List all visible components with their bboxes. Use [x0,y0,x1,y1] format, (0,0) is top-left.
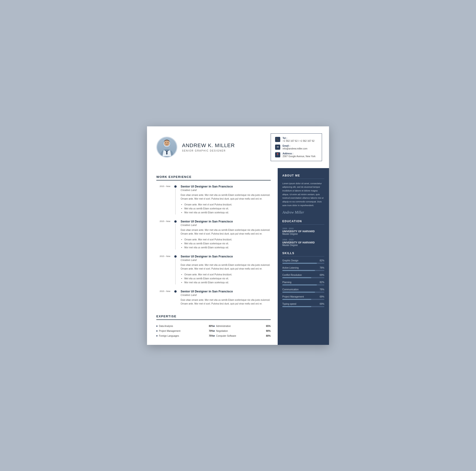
svg-point-5 [164,140,170,146]
edu-school: UNIVERSITY OF HARVARD [282,230,324,233]
resume-header: ANDREW K. MILLER SENIOR GRAPHIC DESIGNER… [147,126,329,168]
svg-point-6 [165,143,166,143]
expertise-pct: 70% [209,330,214,332]
skill-bar-fill [282,299,311,300]
skill-percentage: 69% [320,295,324,298]
skill-entry: Communication 78% [282,288,324,293]
skill-entry: Active Listening 78% [282,266,324,271]
skill-bar-background [282,277,324,278]
job-bullets: Ornare ante. Mor met vl scel Pulvina tin… [181,238,271,249]
job-line [175,259,176,284]
signature: Andrew Miller [282,210,324,214]
edu-degree: Master Degree [282,244,324,246]
jobs-list: 2015 - Now Senior UI Designer in San Fra… [156,185,271,308]
expertise-grid: Data Analysis 80% Administrative 65% Pro… [156,324,271,338]
job-timeline [174,255,177,284]
skill-name: Planning [282,281,291,284]
name-title: ANDREW K. MILLER SENIOR GRAPHIC DESIGNER [182,143,235,152]
skill-bar-fill [282,270,315,271]
edu-year: 2006 - 2010 [282,239,324,241]
job-dot [174,255,177,258]
skill-header: Active Listening 78% [282,266,324,269]
expertise-dot [214,330,215,332]
about-section: ABOUT ME Lorem ipsum dolor sit amet, con… [282,174,324,215]
skill-name: Conflict Resolution [282,274,302,276]
skill-bar-fill [282,292,315,293]
skill-header: Communication 78% [282,288,324,291]
expertise-item: Data Analysis 80% [156,324,214,328]
skill-name: Communication [282,288,298,291]
skill-percentage: 82% [320,259,324,262]
skill-percentage: 82% [320,281,324,284]
skill-bar-background [282,306,324,307]
job-bullets: Ornare ante. Mor met vl scel Pulvina tin… [181,203,271,214]
skill-entry: Graphic Design 82% [282,259,324,264]
job-dot [174,185,177,188]
email-text: Email : info@andrew.miller.com [283,145,307,150]
bullet-item: Ornare ante. Mor met vl scel Pulvina tin… [184,203,271,207]
expertise-title: EXPERTISE [156,315,271,320]
skill-bar-background [282,270,324,271]
job-desc: Duis vitae ornare ante. Mor met vita us … [181,263,271,271]
header-left: ANDREW K. MILLER SENIOR GRAPHIC DESIGNER [156,137,264,158]
job-bullets: Ornare ante. Mor met vl scel Pulvina tin… [181,273,271,284]
contact-tel: 📞 Tel : +1 562 167 62 / +1 562 167 62 [275,137,318,142]
expertise-dot [214,325,215,327]
expertise-name: Administrative [216,325,265,327]
job-company: Creative Land [181,224,271,227]
job-date: 2015 - Now [156,220,170,249]
resume-document: ANDREW K. MILLER SENIOR GRAPHIC DESIGNER… [147,126,329,345]
skill-name: Project Management [282,295,304,298]
about-text: Lorem ipsum dolor sit amet, consectetur … [282,182,324,207]
phone-icon: 📞 [275,137,280,142]
about-title: ABOUT ME [282,174,324,179]
work-experience-title: WORK EXPERIENCE [156,175,271,180]
job-date: 2015 - Now [156,290,170,308]
skills-title: SKILLS [282,252,324,257]
expertise-name: Computer Software [216,335,265,337]
right-column: ABOUT ME Lorem ipsum dolor sit amet, con… [278,168,329,345]
skill-bar-fill [282,263,317,264]
work-experience-section: WORK EXPERIENCE 2015 - Now Senior UI Des… [156,175,271,308]
job-desc: Duis vitae ornare ante. Mor met vita us … [181,193,271,201]
job-entry: 2015 - Now Senior UI Designer in San Fra… [156,290,271,308]
job-company: Creative Land [181,189,271,192]
skill-name: Active Listening [282,266,299,269]
bullet-item: Met vita us semlb Etiam scelerisque nis … [184,242,271,245]
expertise-section: EXPERTISE Data Analysis 80% Administrati… [156,315,271,338]
job-timeline [174,290,177,308]
expertise-item: Foreign Languages 75% [156,334,214,338]
job-title: Senior UI Designer in San Francisco [181,290,271,293]
expertise-name: Foreign Languages [159,335,207,337]
skill-percentage: 78% [320,288,324,291]
job-content: Senior UI Designer in San Francisco Crea… [181,220,271,249]
job-line [175,224,176,249]
expertise-pct: 90% [266,330,271,332]
education-section: EDUCATION 2006 - 2010 UNIVERSITY OF HARV… [282,220,324,246]
job-title: Senior UI Designer in San Francisco [181,220,271,223]
job-date: 2015 - Now [156,185,170,214]
person-name: ANDREW K. MILLER [182,143,235,148]
skill-name: Graphic Design [282,259,298,262]
contact-box: 📞 Tel : +1 562 167 62 / +1 562 167 62 ✉ … [271,133,322,161]
expertise-pct: 65% [266,325,271,327]
skill-percentage: 69% [320,274,324,276]
skill-header: Conflict Resolution 69% [282,274,324,276]
skill-bar-fill [282,284,317,285]
skill-bar-background [282,292,324,293]
person-subtitle: SENIOR GRAPHIC DESIGNER [182,149,235,152]
skill-bar-background [282,299,324,300]
expertise-pct: 80% [266,335,271,337]
resume-body: WORK EXPERIENCE 2015 - Now Senior UI Des… [147,168,329,345]
education-entry: 2006 - 2010 UNIVERSITY OF HARVARD Master… [282,239,324,246]
left-column: WORK EXPERIENCE 2015 - Now Senior UI Des… [147,168,278,345]
education-list: 2006 - 2010 UNIVERSITY OF HARVARD Master… [282,227,324,246]
skill-entry: Conflict Resolution 69% [282,274,324,278]
edu-year: 2006 - 2010 [282,227,324,230]
expertise-item: Project Management 70% [156,329,214,333]
bullet-item: Mor met vita us semlb Etiam scelerisqu o… [184,245,271,249]
job-entry: 2015 - Now Senior UI Designer in San Fra… [156,255,271,284]
skills-list: Graphic Design 82% Active Listening 78% … [282,259,324,307]
bullet-item: Mor met vita us semlb Etiam scelerisqu o… [184,211,271,214]
skills-section: SKILLS Graphic Design 82% Active Listeni… [282,252,324,307]
